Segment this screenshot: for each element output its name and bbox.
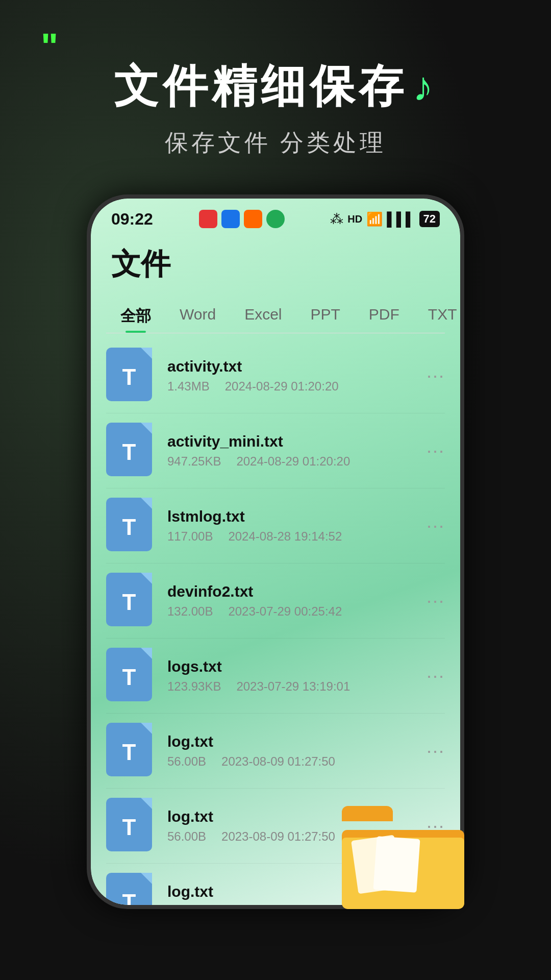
file-date: 2023-07-29 13:19:01 <box>236 679 350 694</box>
file-icon-shape: T <box>106 498 152 551</box>
folder-tab <box>342 806 393 821</box>
file-size: 56.00B <box>167 754 206 769</box>
list-item[interactable]: T log.txt 56.00B 2023-08-09 01:27:50 ··· <box>91 714 460 788</box>
file-more-button[interactable]: ··· <box>427 515 445 536</box>
file-icon-shape: T <box>106 723 152 776</box>
status-time: 09:22 <box>111 210 153 229</box>
file-name: activity_mini.txt <box>167 433 416 450</box>
file-icon-txt: T <box>106 348 157 404</box>
list-item[interactable]: T activity.txt 1.43MB 2024-08-29 01:20:2… <box>91 338 460 413</box>
status-app-icons <box>199 210 285 228</box>
file-meta: 123.93KB 2023-07-29 13:19:01 <box>167 679 416 694</box>
file-icon-letter: T <box>122 890 136 905</box>
file-size: 947.25KB <box>167 454 221 469</box>
battery-indicator: 72 <box>419 211 440 227</box>
hd-icon: HD <box>347 213 362 225</box>
folder-decoration <box>342 817 474 919</box>
signal-bars-icon: ▌▌▌ <box>387 211 415 227</box>
tab-pdf[interactable]: PDF <box>355 300 414 333</box>
file-icon-letter: T <box>122 439 136 465</box>
file-more-button[interactable]: ··· <box>427 440 445 461</box>
list-item[interactable]: T logs.txt 123.93KB 2023-07-29 13:19:01 … <box>91 639 460 713</box>
file-info: lstmlog.txt 117.00B 2024-08-28 19:14:52 <box>167 508 416 544</box>
wifi-icon: 📶 <box>366 211 383 227</box>
file-icon-txt: T <box>106 873 157 905</box>
file-name: devinfo2.txt <box>167 583 416 600</box>
file-icon-txt: T <box>106 498 157 554</box>
file-icon-shape: T <box>106 348 152 401</box>
list-item[interactable]: T devinfo2.txt 132.00B 2023-07-29 00:25:… <box>91 564 460 638</box>
file-date: 2023-07-29 00:25:42 <box>228 604 342 619</box>
file-icon-txt: T <box>106 648 157 704</box>
app-title: 文件 <box>111 244 440 284</box>
app-icon-3 <box>244 210 262 228</box>
folder-page-2 <box>373 836 420 893</box>
header-section: 文件精细保存 ♪ 保存文件 分类处理 <box>0 31 551 179</box>
app-icon-2 <box>221 210 240 228</box>
status-bar: 09:22 ⁂ HD 📶 ▌▌▌ 72 <box>91 199 460 234</box>
phone-mockup-container: 09:22 ⁂ HD 📶 ▌▌▌ 72 <box>87 194 464 909</box>
file-more-button[interactable]: ··· <box>427 665 445 687</box>
file-date: 2023-08-09 01:27:50 <box>221 829 335 844</box>
file-icon-shape: T <box>106 873 152 905</box>
music-note-icon: ♪ <box>413 63 437 110</box>
tab-excel[interactable]: Excel <box>230 300 296 333</box>
file-icon-shape: T <box>106 798 152 851</box>
file-date: 2024-08-28 19:14:52 <box>228 529 342 544</box>
file-icon-shape: T <box>106 648 152 701</box>
file-meta: 1.43MB 2024-08-29 01:20:20 <box>167 379 416 394</box>
file-icon-letter: T <box>122 665 136 690</box>
main-title: 文件精细保存 ♪ <box>114 56 437 117</box>
file-date: 2024-08-29 01:20:20 <box>236 454 350 469</box>
file-meta: 56.00B 2023-08-09 01:27:50 <box>167 754 416 769</box>
page-content: " 文件精细保存 ♪ 保存文件 分类处理 09:22 <box>0 0 551 909</box>
file-icon-txt: T <box>106 723 157 779</box>
main-title-text: 文件精细保存 <box>114 56 408 117</box>
tab-word[interactable]: Word <box>165 300 230 333</box>
file-size: 56.00B <box>167 829 206 844</box>
file-icon-txt: T <box>106 798 157 854</box>
file-more-button[interactable]: ··· <box>427 590 445 611</box>
file-icon-letter: T <box>122 590 136 615</box>
app-icon-1 <box>199 210 217 228</box>
file-date: 2024-08-29 01:20:20 <box>225 379 339 394</box>
file-info: activity_mini.txt 947.25KB 2024-08-29 01… <box>167 433 416 469</box>
phone-inner: 09:22 ⁂ HD 📶 ▌▌▌ 72 <box>91 199 460 905</box>
file-name: lstmlog.txt <box>167 508 416 525</box>
file-name: activity.txt <box>167 358 416 375</box>
file-name: log.txt <box>167 733 416 750</box>
list-item[interactable]: T activity_mini.txt 947.25KB 2024-08-29 … <box>91 413 460 488</box>
tabs-container[interactable]: 全部 Word Excel PPT PDF TXT <box>91 289 460 333</box>
tab-all[interactable]: 全部 <box>106 300 165 333</box>
file-icon-letter: T <box>122 514 136 540</box>
phone-mockup: 09:22 ⁂ HD 📶 ▌▌▌ 72 <box>87 194 464 909</box>
file-size: 56.00B <box>167 904 206 905</box>
file-size: 117.00B <box>167 529 213 544</box>
tab-txt[interactable]: TXT <box>414 300 460 333</box>
file-meta: 947.25KB 2024-08-29 01:20:20 <box>167 454 416 469</box>
file-size: 123.93KB <box>167 679 221 694</box>
file-size: 1.43MB <box>167 379 210 394</box>
file-meta: 117.00B 2024-08-28 19:14:52 <box>167 529 416 544</box>
quote-icon: " <box>41 28 58 65</box>
file-more-button[interactable]: ··· <box>427 740 445 762</box>
file-icon-letter: T <box>122 364 136 390</box>
app-header: 文件 <box>91 234 460 289</box>
file-icon-txt: T <box>106 573 157 629</box>
list-item[interactable]: T lstmlog.txt 117.00B 2024-08-28 19:14:5… <box>91 488 460 563</box>
tab-ppt[interactable]: PPT <box>296 300 355 333</box>
file-meta: 132.00B 2023-07-29 00:25:42 <box>167 604 416 619</box>
file-info: activity.txt 1.43MB 2024-08-29 01:20:20 <box>167 358 416 394</box>
file-icon-txt: T <box>106 423 157 479</box>
status-right-icons: ⁂ HD 📶 ▌▌▌ 72 <box>330 211 440 227</box>
file-icon-shape: T <box>106 573 152 626</box>
app-icon-4 <box>266 210 285 228</box>
file-date: 2023-08-09 01:27:50 <box>221 754 335 769</box>
file-icon-letter: T <box>122 815 136 840</box>
file-info: devinfo2.txt 132.00B 2023-07-29 00:25:42 <box>167 583 416 619</box>
file-more-button[interactable]: ··· <box>427 365 445 386</box>
file-icon-letter: T <box>122 740 136 765</box>
file-date: 2023-08-09 01:27:50 <box>221 904 335 905</box>
file-name: logs.txt <box>167 658 416 675</box>
file-info: log.txt 56.00B 2023-08-09 01:27:50 <box>167 733 416 769</box>
